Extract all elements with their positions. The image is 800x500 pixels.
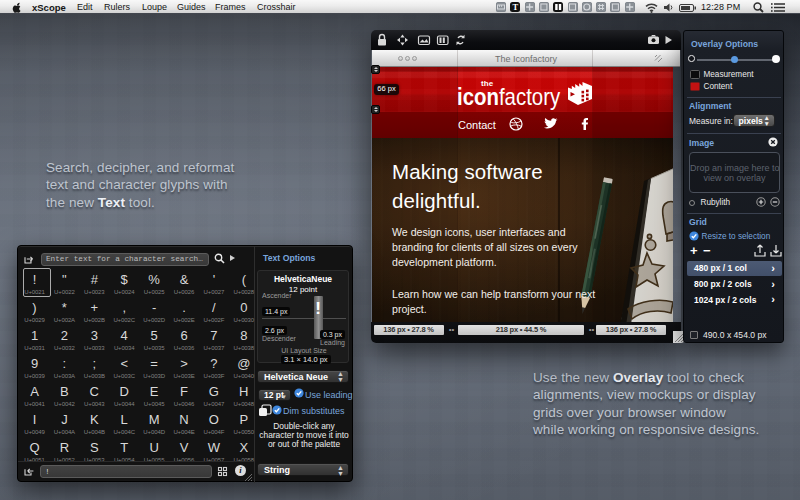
svg-text:T: T [512,2,518,12]
